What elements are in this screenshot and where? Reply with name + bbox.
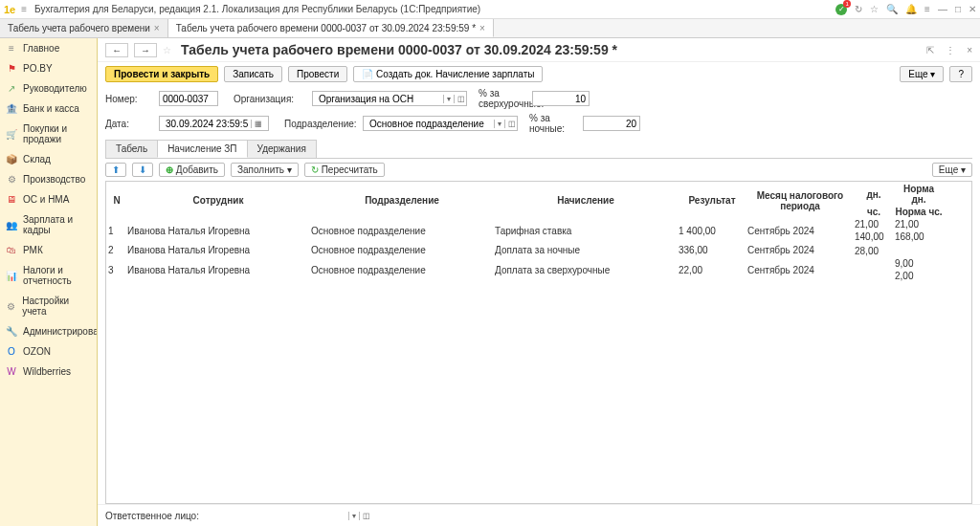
- pct-over-input[interactable]: [532, 91, 590, 106]
- close-doc-icon[interactable]: ×: [967, 45, 972, 55]
- app-tab-label: Табель учета рабочего времени: [8, 23, 150, 33]
- sidebar-item-6[interactable]: ⚙Производство: [0, 169, 97, 189]
- sidebar-item-8[interactable]: 👥Зарплата и кадры: [0, 209, 97, 240]
- subtab-deduction[interactable]: Удержания: [247, 140, 317, 158]
- sidebar-item-14[interactable]: WWildberries: [0, 362, 97, 382]
- col-n[interactable]: N: [108, 184, 125, 217]
- pct-night-input[interactable]: [583, 116, 640, 131]
- create-doc-button[interactable]: 📄 Создать док. Начисление зарплаты: [353, 66, 543, 82]
- app-tab-0[interactable]: Табель учета рабочего времени×: [0, 19, 168, 37]
- bell-icon[interactable]: 🔔: [905, 4, 917, 14]
- sidebar-label: Администрирование: [23, 326, 98, 337]
- sidebar-item-4[interactable]: 🛒Покупки и продажи: [0, 119, 97, 149]
- move-up-button[interactable]: ⬆: [105, 163, 126, 177]
- col-dn[interactable]: дн.: [855, 184, 893, 205]
- fill-button[interactable]: Заполнить ▾: [231, 163, 299, 177]
- table-more-button[interactable]: Еще ▾: [932, 163, 972, 177]
- responsible-input[interactable]: [205, 509, 348, 522]
- col-accrual[interactable]: Начисление: [495, 184, 677, 217]
- dept-label: Подразделение:: [284, 119, 359, 129]
- col-period[interactable]: Месяц налогового периода: [747, 184, 853, 217]
- app-logo: 1e: [4, 4, 15, 15]
- table-row[interactable]: 3Иванова Наталья ИгоревнаОсновное подраз…: [108, 258, 943, 269]
- org-combo[interactable]: ▾◫: [312, 91, 467, 106]
- col-employee[interactable]: Сотрудник: [127, 184, 309, 217]
- col-dept[interactable]: Подразделение: [311, 184, 493, 217]
- calendar-icon[interactable]: ▦: [251, 120, 265, 128]
- recalc-button[interactable]: ↻ Пересчитать: [304, 163, 385, 177]
- notification-badge[interactable]: ✓: [835, 4, 847, 15]
- dropdown-icon[interactable]: ▾: [494, 120, 504, 128]
- post-button[interactable]: Провести: [288, 66, 347, 82]
- dept-combo[interactable]: ▾◫: [363, 116, 518, 131]
- tab-close-icon[interactable]: ×: [479, 23, 485, 33]
- sidebar-item-2[interactable]: ↗Руководителю: [0, 78, 97, 99]
- sidebar-item-10[interactable]: 📊Налоги и отчетность: [0, 260, 97, 291]
- menu-icon[interactable]: ≡: [21, 4, 27, 14]
- maximize-icon[interactable]: □: [955, 4, 961, 14]
- sidebar-label: Руководителю: [23, 83, 87, 94]
- star-icon[interactable]: ☆: [163, 45, 171, 55]
- sidebar-item-1[interactable]: ⚑PO.BY: [0, 58, 97, 78]
- col-chc[interactable]: чс.: [855, 207, 893, 217]
- create-doc-label: Создать док. Начисление зарплаты: [376, 69, 534, 79]
- col-norm-dn[interactable]: Норма дн.: [895, 184, 943, 205]
- date-input[interactable]: [163, 117, 251, 130]
- table-row[interactable]: 1Иванова Наталья ИгоревнаОсновное подраз…: [108, 219, 943, 230]
- sidebar-label: Зарплата и кадры: [23, 214, 91, 235]
- org-label: Организация:: [234, 94, 308, 104]
- sidebar-label: Налоги и отчетность: [23, 265, 91, 286]
- sidebar-item-7[interactable]: 🖥ОС и НМА: [0, 189, 97, 209]
- dropdown-icon[interactable]: ▾: [348, 512, 359, 520]
- sidebar-label: Склад: [23, 154, 51, 164]
- col-norm-chc[interactable]: Норма чс.: [895, 207, 943, 217]
- more-icon[interactable]: ⋮: [946, 45, 955, 55]
- forward-button[interactable]: →: [134, 43, 157, 57]
- pct-night-label: % за ночные:: [529, 113, 579, 134]
- sidebar-item-9[interactable]: 🛍РМК: [0, 240, 97, 260]
- search-icon[interactable]: 🔍: [886, 4, 898, 14]
- subtab-accrual[interactable]: Начисление ЗП: [157, 140, 247, 158]
- dropdown-icon[interactable]: ▾: [443, 95, 454, 103]
- more-label: Еще: [908, 69, 927, 79]
- add-row-button[interactable]: ⊕ Добавить: [159, 163, 225, 177]
- menu2-icon[interactable]: ≡: [924, 4, 930, 14]
- sidebar-icon: 📦: [6, 154, 17, 164]
- tab-close-icon[interactable]: ×: [154, 23, 160, 33]
- sidebar-item-12[interactable]: 🔧Администрирование: [0, 321, 97, 341]
- favorite-icon[interactable]: ☆: [870, 4, 879, 14]
- app-tab-1[interactable]: Табель учета рабочего времени 0000-0037 …: [168, 19, 494, 37]
- help-button[interactable]: ?: [949, 66, 972, 82]
- minimize-icon[interactable]: —: [938, 4, 947, 14]
- move-down-button[interactable]: ⬇: [132, 163, 153, 177]
- sidebar-icon: 🛍: [6, 245, 17, 255]
- save-button[interactable]: Записать: [224, 66, 282, 82]
- sidebar-item-3[interactable]: 🏦Банк и касса: [0, 99, 97, 119]
- sidebar-item-13[interactable]: OOZON: [0, 341, 97, 362]
- history-icon[interactable]: ↻: [855, 4, 862, 14]
- link-icon[interactable]: ⇱: [926, 45, 934, 55]
- col-result[interactable]: Результат: [679, 184, 746, 217]
- date-combo[interactable]: ▦: [159, 116, 269, 131]
- dept-input[interactable]: [367, 117, 494, 130]
- number-input[interactable]: [159, 91, 218, 106]
- close-icon[interactable]: ✕: [969, 4, 976, 14]
- more-button[interactable]: Еще ▾: [900, 66, 944, 82]
- responsible-combo[interactable]: ▾◫: [205, 509, 373, 522]
- org-input[interactable]: [316, 92, 443, 105]
- sidebar-icon: 🖥: [6, 194, 17, 205]
- sidebar-label: ОС и НМА: [23, 194, 69, 205]
- open-icon[interactable]: ◫: [504, 120, 519, 128]
- sidebar-icon: O: [6, 346, 17, 357]
- recalc-label: Пересчитать: [322, 164, 378, 175]
- sidebar-item-11[interactable]: ⚙Настройки учета: [0, 291, 97, 321]
- sidebar-item-0[interactable]: ≡Главное: [0, 38, 97, 58]
- open-icon[interactable]: ◫: [454, 95, 468, 103]
- sidebar-label: Главное: [23, 43, 59, 54]
- sidebar-icon: 🏦: [6, 103, 17, 114]
- back-button[interactable]: ←: [105, 43, 128, 57]
- open-icon[interactable]: ◫: [359, 512, 373, 520]
- subtab-tabel[interactable]: Табель: [105, 140, 158, 158]
- sidebar-item-5[interactable]: 📦Склад: [0, 149, 97, 169]
- post-and-close-button[interactable]: Провести и закрыть: [105, 66, 218, 82]
